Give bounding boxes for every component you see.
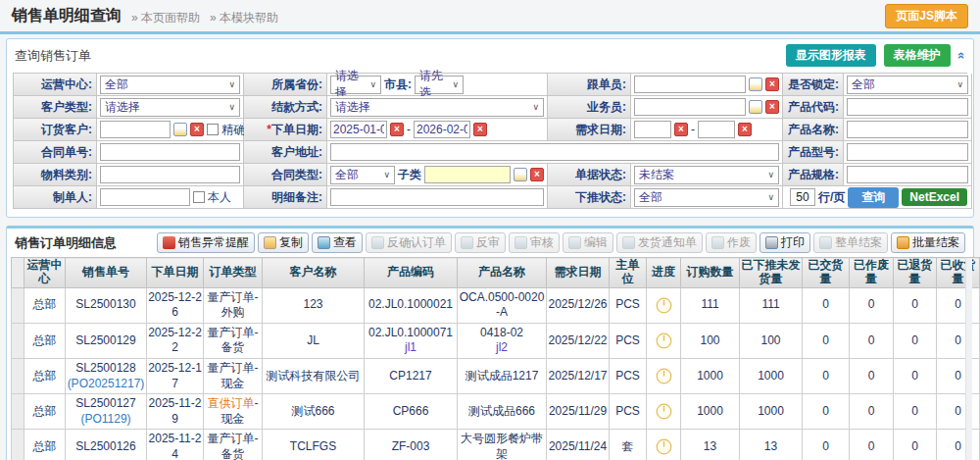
delivered-cell: 0 bbox=[803, 430, 850, 460]
table-row[interactable]: 总部SL25001292025-12-22量产订单-备货JL02.JL0.100… bbox=[12, 323, 980, 358]
operation-center-label: 运营中心: bbox=[14, 74, 97, 96]
column-header[interactable]: 运营中心 bbox=[24, 258, 66, 288]
page-size-input[interactable] bbox=[790, 188, 815, 206]
sales-order-grid: 运营中心销售单号下单日期订单类型客户名称产品编码产品名称需求日期主单位进度订购数… bbox=[11, 257, 980, 460]
customer-address-input[interactable] bbox=[330, 143, 779, 161]
detail-remark-input[interactable] bbox=[330, 188, 544, 206]
chevron-down-icon: ∨ bbox=[764, 170, 774, 179]
row-selector-cell[interactable] bbox=[12, 323, 24, 358]
qty-cell: 1000 bbox=[681, 358, 740, 393]
chevron-down-icon: ∨ bbox=[225, 102, 235, 112]
pushed-cell: 13 bbox=[740, 430, 803, 460]
clear-icon[interactable]: × bbox=[765, 77, 779, 91]
clear-icon[interactable]: × bbox=[765, 100, 779, 114]
product-name-input[interactable] bbox=[847, 121, 968, 138]
column-header[interactable]: 已退货量 bbox=[894, 258, 937, 288]
doc-status-select[interactable]: 未结案∨ bbox=[634, 166, 779, 184]
customer-cell: 123 bbox=[263, 287, 365, 323]
salesman-input[interactable] bbox=[634, 98, 746, 116]
voided-cell: 0 bbox=[850, 287, 894, 323]
order-customer-input[interactable] bbox=[100, 121, 171, 138]
column-header[interactable]: 主单位 bbox=[610, 258, 647, 288]
clear-icon[interactable]: × bbox=[738, 123, 752, 136]
lookup-icon[interactable] bbox=[173, 123, 187, 136]
column-header[interactable]: 产品名称 bbox=[458, 258, 547, 288]
center-cell: 总部 bbox=[24, 430, 66, 460]
table-maintain-button[interactable]: 表格维护 bbox=[884, 44, 951, 67]
table-row[interactable]: 总部SL25001262025-11-24量产订单-备货TCLFGSZF-003… bbox=[12, 430, 980, 460]
clear-icon[interactable]: × bbox=[390, 123, 404, 136]
operation-center-select[interactable]: 全部∨ bbox=[100, 76, 240, 94]
po-link[interactable]: (PO1129) bbox=[67, 412, 145, 428]
locked-select[interactable]: 全部∨ bbox=[847, 76, 968, 94]
toolbar-copy-button[interactable]: 复制 bbox=[258, 232, 309, 253]
vertical-scrollbar[interactable] bbox=[965, 258, 972, 460]
subtype-input[interactable] bbox=[424, 166, 511, 183]
lookup-icon[interactable] bbox=[514, 168, 527, 181]
progress-cell bbox=[647, 358, 681, 393]
column-header[interactable]: 已下推未发货量 bbox=[740, 258, 803, 288]
help-page-link[interactable]: » 本页面帮助 bbox=[131, 10, 200, 26]
row-selector-cell[interactable] bbox=[12, 394, 24, 430]
payment-method-select[interactable]: 请选择∨ bbox=[330, 98, 544, 117]
column-header[interactable]: 产品编码 bbox=[365, 258, 458, 288]
exact-checkbox[interactable] bbox=[207, 124, 219, 135]
table-row[interactable]: 总部SL2500128(PO20251217)2025-12-17量产订单-现金… bbox=[12, 358, 980, 393]
lookup-icon[interactable] bbox=[749, 100, 762, 114]
product-code-input[interactable] bbox=[847, 98, 968, 116]
column-header[interactable]: 下单日期 bbox=[147, 258, 204, 288]
column-header[interactable]: 已交货量 bbox=[803, 258, 850, 288]
column-header[interactable]: 订购数量 bbox=[681, 258, 740, 288]
column-header[interactable]: 订单类型 bbox=[204, 258, 263, 288]
demand-date-to-input[interactable] bbox=[698, 121, 735, 138]
page-header: 销售单明细查询 » 本页面帮助 » 本模块帮助 页面JS脚本 bbox=[0, 0, 980, 31]
page-js-button[interactable]: 页面JS脚本 bbox=[885, 4, 968, 28]
table-row[interactable]: 总部SL2500127(PO1129)2025-11-29直供订单-现金测试66… bbox=[12, 394, 980, 430]
contract-type-select[interactable]: 全部∨ bbox=[330, 166, 395, 184]
product-spec-input[interactable] bbox=[847, 166, 968, 183]
city-label: 市县: bbox=[384, 77, 412, 93]
row-selector-cell[interactable] bbox=[12, 358, 24, 393]
order-no-cell: SL2500130 bbox=[66, 287, 147, 323]
clear-icon[interactable]: × bbox=[473, 123, 487, 136]
show-chart-button[interactable]: 显示图形报表 bbox=[786, 44, 876, 67]
push-status-select[interactable]: 全部∨ bbox=[634, 188, 779, 207]
clear-icon[interactable]: × bbox=[530, 168, 544, 181]
column-header[interactable]: 需求日期 bbox=[547, 258, 610, 288]
help-module-link[interactable]: » 本模块帮助 bbox=[210, 10, 278, 26]
query-button[interactable]: 查询 bbox=[848, 187, 899, 208]
collapse-panel-icon[interactable]: « bbox=[955, 52, 969, 59]
clear-icon[interactable]: × bbox=[674, 123, 688, 136]
row-selector-cell[interactable] bbox=[12, 430, 24, 460]
column-header[interactable]: 客户名称 bbox=[263, 258, 365, 288]
creator-label: 制单人: bbox=[14, 186, 97, 209]
tracker-input[interactable] bbox=[634, 76, 746, 93]
product-model-input[interactable] bbox=[847, 143, 968, 161]
demand-date-from-input[interactable] bbox=[634, 121, 671, 138]
province-select[interactable]: 请选择∨ bbox=[330, 76, 381, 94]
self-checkbox[interactable] bbox=[193, 191, 205, 203]
lookup-icon[interactable] bbox=[749, 77, 762, 91]
toolbar-view-button[interactable]: 查看 bbox=[312, 232, 363, 253]
city-select[interactable]: 请先选∨ bbox=[415, 76, 464, 94]
customer-type-select[interactable]: 请选择∨ bbox=[100, 98, 240, 117]
column-header[interactable]: 已收货量 bbox=[937, 258, 980, 288]
order-date-from-input[interactable] bbox=[330, 121, 387, 138]
creator-input[interactable] bbox=[100, 188, 190, 206]
toolbar-print-button[interactable]: 打印 bbox=[760, 232, 810, 253]
row-selector-cell[interactable] bbox=[12, 287, 24, 323]
column-header[interactable]: 已作废量 bbox=[850, 258, 894, 288]
unit-cell: PCS bbox=[610, 358, 647, 393]
order-date-to-input[interactable] bbox=[414, 121, 470, 138]
po-link[interactable]: (PO20251217) bbox=[67, 377, 145, 392]
contract-no-input[interactable] bbox=[100, 143, 240, 161]
table-row[interactable]: 总部SL25001302025-12-26量产订单-外购12302.JL0.10… bbox=[12, 287, 980, 323]
toolbar-alert-button[interactable]: 销售异常提醒 bbox=[157, 232, 255, 253]
material-category-input[interactable] bbox=[100, 166, 240, 183]
column-header[interactable]: 进度 bbox=[647, 258, 681, 288]
netexcel-button[interactable]: NetExcel bbox=[902, 188, 967, 206]
toolbar-batch-close-button[interactable]: 批量结案 bbox=[891, 232, 965, 253]
clear-icon[interactable]: × bbox=[190, 123, 204, 136]
query-panel: 查询销售订单 显示图形报表 表格维护 « 运营中心: 全部∨ 所属省份: 请选择… bbox=[6, 38, 974, 218]
column-header[interactable]: 销售单号 bbox=[66, 258, 147, 288]
